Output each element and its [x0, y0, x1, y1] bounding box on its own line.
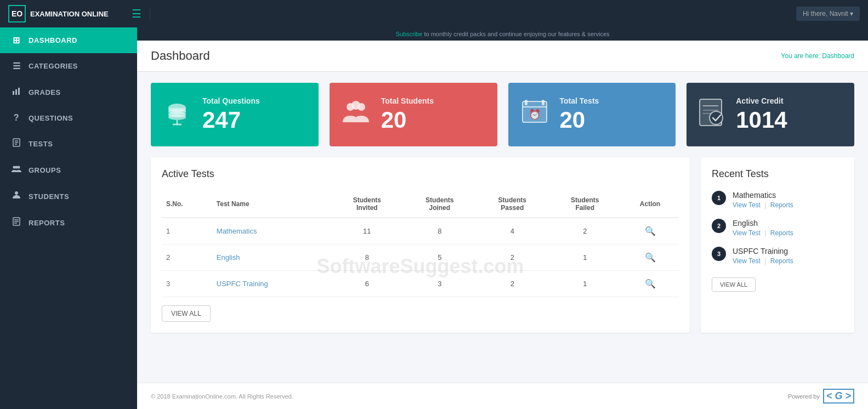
grades-icon [11, 87, 22, 98]
table-header-row: S.No. Test Name StudentsInvited Students… [162, 191, 679, 218]
credit-stat-label: Active Credit [736, 96, 843, 105]
sidebar-item-categories[interactable]: ☰ Categories [0, 53, 137, 79]
sidebar-label-questions: Questions [29, 114, 73, 122]
logo-icon: EO [8, 5, 26, 22]
recent-info-1: Mathematics View Test | Reports [733, 191, 843, 209]
subscribe-link[interactable]: Subscribe [395, 31, 422, 37]
sidebar-item-groups[interactable]: Groups [0, 157, 137, 183]
row3-search-icon[interactable]: 🔍 [645, 279, 656, 288]
active-tests-table: S.No. Test Name StudentsInvited Students… [162, 191, 679, 297]
questions-stat-icon [162, 97, 192, 132]
recent-reports-3[interactable]: Reports [770, 257, 793, 265]
sidebar-item-reports[interactable]: Reports [0, 209, 137, 236]
row1-joined: 8 [404, 218, 476, 245]
logo-text: EXAMINATION ONLINE [30, 10, 109, 18]
sidebar-item-questions[interactable]: ? Questions [0, 105, 137, 130]
main-layout: ⊞ Dashboard ☰ Categories Grades ? Questi… [0, 27, 868, 409]
row1-passed: 4 [476, 218, 548, 245]
hamburger-button[interactable]: ☰ [123, 7, 150, 20]
view-all-tests-button[interactable]: VIEW ALL [162, 305, 211, 322]
sidebar-item-grades[interactable]: Grades [0, 79, 137, 105]
svg-point-9 [15, 166, 18, 169]
row1-search-icon[interactable]: 🔍 [645, 226, 656, 236]
col-failed: StudentsFailed [549, 191, 621, 218]
row3-link[interactable]: USPFC Training [217, 280, 268, 288]
sidebar-label-students: Students [29, 192, 69, 201]
content-area: Subscribe to monthly credit packs and co… [137, 27, 868, 409]
powered-by: Powered by < G > [788, 389, 854, 404]
footer: © 2018 ExaminationOnline.com. All Rights… [137, 383, 868, 409]
tests-stat-icon: ⏰ [519, 97, 550, 132]
row2-link[interactable]: English [217, 253, 240, 262]
credit-stat-value: 1014 [736, 107, 843, 133]
recent-reports-2[interactable]: Reports [770, 229, 793, 237]
sidebar-item-dashboard[interactable]: ⊞ Dashboard [0, 27, 137, 53]
svg-point-27 [351, 101, 360, 110]
row2-search-icon[interactable]: 🔍 [645, 253, 656, 262]
sidebar-label-reports: Reports [29, 219, 65, 227]
banner-text: to monthly credit packs and continue enj… [424, 31, 609, 37]
row3-action[interactable]: 🔍 [621, 271, 679, 297]
col-joined: StudentsJoined [404, 191, 476, 218]
questions-icon: ? [11, 113, 22, 123]
logo-area: EO EXAMINATION ONLINE [8, 5, 123, 22]
recent-name-2: English [733, 219, 843, 228]
user-dropdown[interactable]: Hi there, Navnit ▾ [796, 7, 860, 21]
recent-tests-title: Recent Tests [712, 168, 843, 180]
stats-row: Total Questions 247 Total S [151, 83, 854, 146]
students-stat-icon [341, 97, 371, 132]
recent-item-1: 1 Mathematics View Test | Reports [712, 191, 843, 209]
svg-rect-0 [13, 91, 14, 95]
groups-icon [11, 164, 22, 175]
questions-stat-info: Total Questions 247 [202, 96, 308, 133]
stat-card-questions[interactable]: Total Questions 247 [151, 83, 319, 146]
bottom-row: Active Tests S.No. Test Name StudentsInv… [151, 157, 854, 333]
svg-point-10 [15, 191, 18, 195]
col-sno: S.No. [162, 191, 212, 218]
recent-view-all-button[interactable]: VIEW ALL [712, 277, 756, 292]
breadcrumb-current: Dashboard [822, 52, 854, 60]
svg-rect-1 [15, 89, 17, 95]
row2-name: English [212, 245, 331, 271]
dashboard-icon: ⊞ [11, 35, 22, 46]
row2-passed: 2 [476, 245, 548, 271]
row3-name: USPFC Training [212, 271, 331, 297]
row1-sno: 1 [162, 218, 212, 245]
row2-action[interactable]: 🔍 [621, 245, 679, 271]
students-icon [11, 191, 22, 202]
row1-invited: 11 [331, 218, 403, 245]
recent-view-test-2[interactable]: View Test [733, 229, 761, 237]
g-logo: < G > [823, 389, 854, 404]
row2-joined: 5 [404, 245, 476, 271]
tests-stat-value: 20 [560, 107, 665, 133]
stat-card-students[interactable]: Total Students 20 [330, 83, 497, 146]
students-stat-value: 20 [381, 107, 486, 133]
sidebar-item-students[interactable]: Students [0, 183, 137, 209]
questions-stat-value: 247 [202, 107, 308, 133]
recent-info-2: English View Test | Reports [733, 219, 843, 237]
copyright-text: © 2018 ExaminationOnline.com. All Rights… [151, 393, 293, 400]
recent-reports-1[interactable]: Reports [770, 201, 793, 209]
row1-action[interactable]: 🔍 [621, 218, 679, 245]
table-row: 3 USPFC Training 6 3 2 1 🔍 [162, 271, 679, 297]
sidebar-item-tests[interactable]: Tests [0, 130, 137, 157]
tests-stat-label: Total Tests [560, 96, 665, 105]
row1-link[interactable]: Mathematics [217, 227, 257, 235]
stat-card-tests[interactable]: ⏰ Total Tests 20 [508, 83, 676, 146]
top-nav: EO EXAMINATION ONLINE ☰ Hi there, Navnit… [0, 0, 868, 27]
sidebar: ⊞ Dashboard ☰ Categories Grades ? Questi… [0, 27, 137, 409]
col-action: Action [621, 191, 679, 218]
recent-item-3: 3 USPFC Training View Test | Reports [712, 247, 843, 265]
stat-card-credit[interactable]: Active Credit 1014 [687, 83, 854, 146]
sidebar-label-groups: Groups [29, 166, 61, 174]
credit-stat-icon [697, 97, 726, 132]
row1-name: Mathematics [212, 218, 331, 245]
recent-num-1: 1 [712, 191, 726, 205]
recent-view-test-1[interactable]: View Test [733, 201, 761, 209]
content-scroll: Total Questions 247 Total S [137, 72, 868, 383]
tests-stat-info: Total Tests 20 [560, 96, 665, 133]
recent-item-2: 2 English View Test | Reports [712, 219, 843, 237]
recent-tests-panel: Recent Tests 1 Mathematics View Test | R… [701, 157, 854, 333]
categories-icon: ☰ [11, 61, 22, 71]
recent-view-test-3[interactable]: View Test [733, 257, 761, 265]
